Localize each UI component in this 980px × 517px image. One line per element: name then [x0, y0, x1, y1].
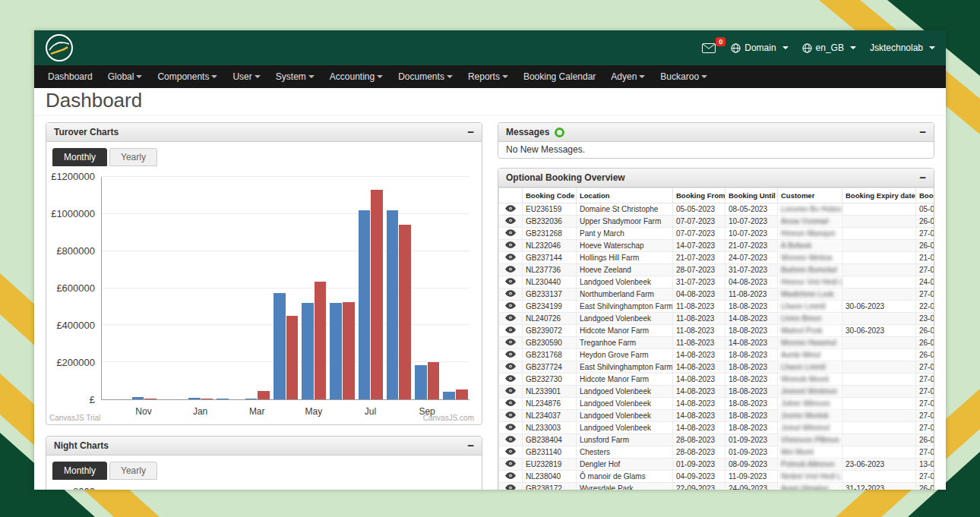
turnover-tab-monthly[interactable]: Monthly	[52, 148, 107, 166]
nav-item-adyen[interactable]: Adyen	[603, 65, 653, 89]
mail-button[interactable]: 0	[702, 43, 716, 53]
nav-item-components[interactable]: Components	[150, 65, 225, 89]
booking-created: 27-06-2023	[916, 471, 935, 483]
booking-from: 07-07-2023	[673, 216, 726, 228]
nav-item-global[interactable]: Global	[100, 65, 150, 89]
nav-item-label: Documents	[398, 71, 444, 82]
nav-item-label: System	[276, 71, 306, 82]
nav-item-system[interactable]: System	[268, 65, 322, 89]
view-booking-button[interactable]	[499, 410, 523, 422]
collapse-button[interactable]: −	[919, 173, 926, 182]
booking-code: EU232819	[523, 459, 577, 471]
view-booking-button[interactable]	[499, 252, 523, 264]
col-customer: Customer	[778, 188, 842, 203]
x-axis-label: Mar	[243, 406, 271, 420]
booking-from: 11-08-2023	[673, 325, 726, 337]
booking-location: Heydon Grove Farm	[577, 349, 673, 361]
booking-code: NL230440	[523, 276, 577, 288]
eye-icon	[505, 399, 516, 406]
view-booking-button[interactable]	[499, 203, 523, 216]
dashboard-columns: Turover Charts − MonthlyYearly NovJanMar…	[34, 116, 946, 490]
view-booking-button[interactable]	[499, 386, 523, 398]
view-booking-button[interactable]	[499, 434, 523, 446]
booking-expiry	[842, 398, 916, 410]
eye-icon	[505, 351, 516, 358]
eye-icon	[505, 217, 516, 224]
eye-icon	[505, 278, 516, 285]
status-ring-icon	[555, 128, 564, 137]
logo[interactable]	[45, 33, 74, 62]
view-booking-button[interactable]	[499, 337, 523, 349]
booking-location: Chesters	[577, 446, 673, 459]
collapse-button[interactable]: −	[919, 128, 926, 137]
bar-series-red	[144, 399, 156, 399]
topbar-menu-domain[interactable]: Domain	[731, 43, 788, 53]
nav-item-dashboard[interactable]: Dashboard	[40, 65, 100, 89]
night-tab-monthly[interactable]: Monthly	[52, 462, 107, 480]
booking-from: 11-08-2023	[673, 301, 726, 313]
table-row: EU236159Domaine St Christophe05-05-20230…	[499, 203, 935, 216]
booking-customer: Jvlmn Wlmvvn	[778, 398, 842, 410]
bar-series-blue	[302, 303, 314, 399]
booking-from: 31-07-2023	[673, 276, 726, 288]
booking-expiry	[842, 203, 916, 216]
booking-until: 14-08-2023	[726, 337, 778, 349]
booking-location: Wyresdale Park	[577, 483, 673, 490]
booking-from: 04-08-2023	[673, 288, 726, 301]
booking-created: 27-06-2023	[916, 398, 935, 410]
topbar-menu-en-gb[interactable]: en_GB	[802, 43, 856, 53]
view-booking-button[interactable]	[499, 301, 523, 313]
bar-series-blue	[359, 210, 371, 399]
nav-item-buckaroo[interactable]: Buckaroo	[653, 65, 715, 89]
view-booking-button[interactable]	[499, 483, 523, 490]
view-booking-button[interactable]	[499, 446, 523, 459]
view-booking-button[interactable]	[499, 276, 523, 288]
booking-from: 14-08-2023	[673, 374, 726, 386]
y-axis-label: 8000	[48, 486, 95, 490]
table-row: NL233901Landgoed Volenbeek14-08-202318-0…	[499, 386, 935, 398]
col-booking-until: Booking Until	[726, 188, 778, 203]
nav-item-accounting[interactable]: Accounting	[322, 65, 390, 89]
turnover-tab-yearly[interactable]: Yearly	[109, 148, 157, 166]
nav-item-documents[interactable]: Documents	[390, 65, 460, 89]
view-booking-button[interactable]	[499, 422, 523, 434]
booking-location: Landgoed Volenbeek	[577, 422, 673, 434]
view-booking-button[interactable]	[499, 216, 523, 228]
booking-created: 23-06-2023	[916, 313, 935, 325]
night-tab-yearly[interactable]: Yearly	[109, 462, 157, 480]
topbar-menu-jsktechnolab[interactable]: Jsktechnolab	[870, 43, 935, 53]
collapse-button[interactable]: −	[467, 128, 474, 137]
nav-item-booking-calendar[interactable]: Booking Calendar	[516, 65, 603, 89]
booking-created: 13-06-2023	[916, 459, 935, 471]
booking-created: 27-06-2023	[916, 374, 935, 386]
booking-until: 14-08-2023	[726, 313, 778, 325]
view-booking-button[interactable]	[499, 264, 523, 276]
canvasjs-link[interactable]: CanvasJS.com	[423, 414, 474, 422]
collapse-button[interactable]: −	[467, 441, 474, 450]
booking-customer: Lhwvn Lmmll	[778, 301, 842, 313]
view-booking-button[interactable]	[499, 240, 523, 252]
view-booking-button[interactable]	[499, 228, 523, 240]
nav-item-reports[interactable]: Reports	[460, 65, 516, 89]
view-booking-button[interactable]	[499, 361, 523, 374]
bar-series-blue	[415, 365, 427, 399]
nav-item-user[interactable]: User	[225, 65, 267, 89]
booking-location: Landgoed Volenbeek	[577, 313, 673, 325]
booking-until: 08-05-2023	[726, 203, 778, 216]
x-axis-label	[158, 406, 186, 420]
turnover-chart: NovJanMarMayJulSep CanvasJS Trial Canvas…	[48, 169, 477, 423]
view-booking-button[interactable]	[499, 288, 523, 301]
view-booking-button[interactable]	[499, 398, 523, 410]
view-booking-button[interactable]	[499, 313, 523, 325]
view-booking-button[interactable]	[499, 325, 523, 337]
view-booking-button[interactable]	[499, 349, 523, 361]
chevron-down-icon	[136, 75, 142, 78]
booking-code: GB238172	[523, 483, 577, 490]
booking-location: Northumberland Farm	[577, 288, 673, 301]
view-booking-button[interactable]	[499, 471, 523, 483]
booking-code: GB230590	[523, 337, 577, 349]
view-booking-button[interactable]	[499, 459, 523, 471]
eye-icon	[505, 363, 516, 370]
view-booking-button[interactable]	[499, 374, 523, 386]
booking-created: 27-06-2023	[916, 386, 935, 398]
